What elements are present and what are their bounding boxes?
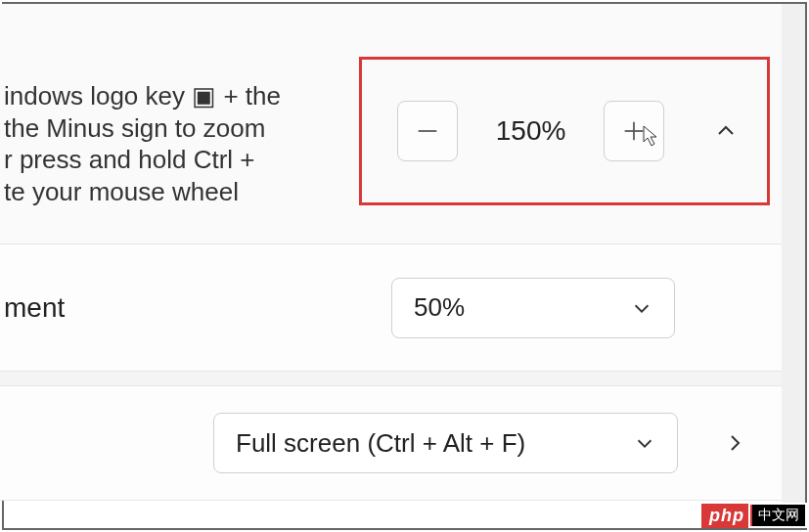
- zoom-controls-highlight: 150%: [359, 57, 770, 205]
- chevron-down-icon: [631, 297, 652, 319]
- increment-label: ment: [4, 292, 65, 324]
- collapse-button[interactable]: [702, 108, 749, 155]
- zoom-level-row: indows logo key ▣ + the the Minus sign t…: [0, 4, 782, 244]
- text-line: the Minus sign to zoom: [4, 112, 356, 145]
- expand-button[interactable]: [715, 423, 754, 463]
- chevron-up-icon: [714, 119, 738, 143]
- cn-badge: 中文网: [752, 503, 805, 528]
- fullscreen-select[interactable]: Full screen (Ctrl + Alt + F): [213, 413, 678, 473]
- chevron-down-icon: [634, 432, 655, 454]
- zoom-in-button[interactable]: [604, 101, 664, 161]
- increment-value: 50%: [414, 292, 465, 323]
- watermark: php 中文网: [701, 503, 805, 528]
- zoom-increment-row: ment 50%: [0, 244, 782, 372]
- zoom-description: indows logo key ▣ + the the Minus sign t…: [4, 80, 356, 207]
- php-badge: php: [701, 504, 752, 528]
- fullscreen-label: Full screen (Ctrl + Alt + F): [236, 428, 525, 459]
- zoom-out-button[interactable]: [397, 101, 458, 161]
- row-gap: [0, 372, 782, 385]
- vertical-scrollbar[interactable]: [782, 4, 805, 526]
- minus-icon: [414, 117, 441, 145]
- zoom-value: 150%: [496, 115, 566, 147]
- plus-icon: [620, 117, 648, 145]
- text-line: r press and hold Ctrl +: [4, 144, 356, 176]
- increment-select[interactable]: 50%: [391, 278, 675, 338]
- settings-content: indows logo key ▣ + the the Minus sign t…: [0, 4, 782, 528]
- chevron-right-icon: [723, 431, 746, 455]
- text-line: te your mouse wheel: [4, 176, 356, 208]
- fullscreen-row: Full screen (Ctrl + Alt + F): [0, 385, 782, 501]
- text-line: indows logo key ▣ + the: [4, 80, 356, 112]
